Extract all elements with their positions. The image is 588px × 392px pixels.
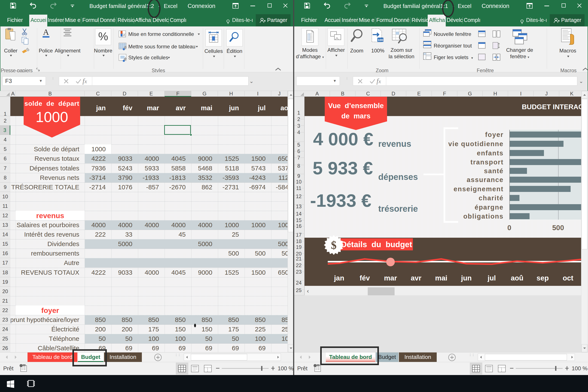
svg-text:≠: ≠ [123,33,125,36]
svg-text:A: A [43,28,49,36]
svg-text:100: 100 [378,38,383,42]
